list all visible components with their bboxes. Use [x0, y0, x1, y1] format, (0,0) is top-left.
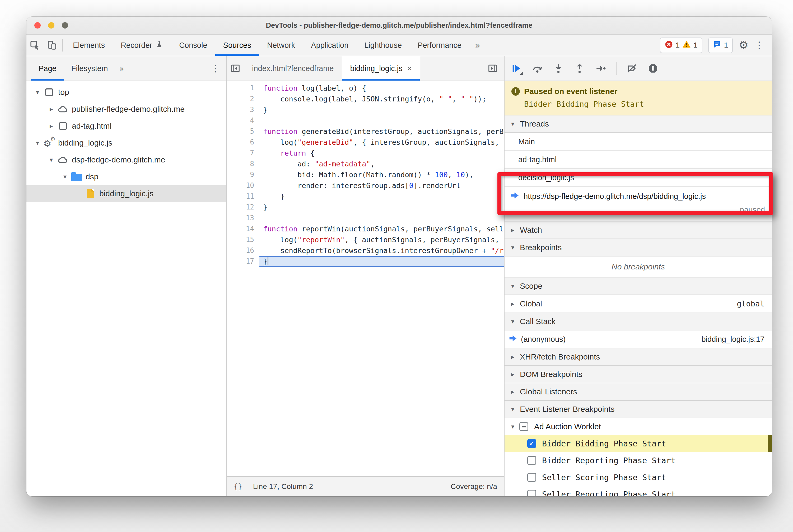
- line-number[interactable]: 6: [227, 137, 259, 148]
- code-text[interactable]: log("reportWin", { auctionSignals, perBu…: [259, 234, 504, 245]
- resume-script-button[interactable]: [510, 63, 522, 74]
- step-out-button[interactable]: [574, 63, 585, 74]
- code-line-7[interactable]: 7 return {: [227, 148, 504, 158]
- code-line-16[interactable]: 16 sendReportTo(browserSignals.interestG…: [227, 245, 504, 256]
- tree-item-ad-tag-html[interactable]: ▸ad-tag.html: [26, 117, 226, 134]
- code-line-9[interactable]: 9 bid: Math.floor(Math.random() * 100, 1…: [227, 169, 504, 180]
- breakpoint-category-ad-auction-worklet[interactable]: ▾Ad Auction Worklet: [505, 418, 772, 435]
- disclosure-collapsed-icon[interactable]: ▸: [509, 300, 517, 307]
- breakpoint-checkbox[interactable]: [527, 456, 536, 465]
- pretty-print-icon[interactable]: {}: [233, 482, 243, 491]
- breakpoint-checkbox[interactable]: [527, 490, 536, 496]
- devtools-menu-icon[interactable]: ⋮: [754, 40, 764, 51]
- code-text[interactable]: ad: "ad-metadata",: [259, 158, 504, 169]
- step-into-button[interactable]: [553, 63, 564, 74]
- section-header-breakpoints[interactable]: ▾Breakpoints: [505, 239, 772, 256]
- section-header-event-listener-breakpoints[interactable]: ▾Event Listener Breakpoints: [505, 401, 772, 418]
- code-line-1[interactable]: 1function log(label, o) {: [227, 83, 504, 94]
- pause-on-exceptions-button[interactable]: [647, 63, 659, 74]
- open-debugger-pane-icon[interactable]: [484, 63, 502, 73]
- line-number[interactable]: 17: [227, 256, 259, 267]
- code-line-17[interactable]: 17}: [227, 256, 504, 267]
- tree-item-publisher-fledge-demo-glitch-me[interactable]: ▸publisher-fledge-demo.glitch.me: [26, 101, 226, 117]
- tree-item-bidding-logic-js[interactable]: bidding_logic.js: [26, 185, 226, 202]
- code-line-10[interactable]: 10 render: interestGroup.ads[0].renderUr…: [227, 180, 504, 191]
- tab-recorder[interactable]: Recorder: [113, 35, 171, 56]
- tab-elements[interactable]: Elements: [65, 35, 113, 56]
- disclosure-expanded-icon[interactable]: ▾: [509, 423, 517, 430]
- breakpoint-checkbox[interactable]: [527, 473, 536, 482]
- breakpoint-checkbox[interactable]: ✓: [527, 439, 536, 448]
- section-header-global-listeners[interactable]: ▸Global Listeners: [505, 383, 772, 401]
- code-text[interactable]: return {: [259, 148, 504, 158]
- close-tab-icon[interactable]: ×: [407, 64, 412, 73]
- issues-badge[interactable]: 1: [708, 38, 733, 53]
- thread-row-ad-tag-html[interactable]: ad-tag.html: [505, 151, 772, 169]
- disclosure-expanded-icon[interactable]: ▾: [32, 89, 43, 96]
- code-text[interactable]: }: [259, 104, 504, 115]
- step-over-button[interactable]: [531, 63, 543, 74]
- tab-performance[interactable]: Performance: [410, 35, 469, 56]
- breakpoint-bidder-bidding-phase-start[interactable]: ✓Bidder Bidding Phase Start: [505, 435, 772, 452]
- line-number[interactable]: 13: [227, 213, 259, 224]
- code-editor[interactable]: 1function log(label, o) {2 console.log(l…: [227, 81, 504, 476]
- disclosure-expanded-icon[interactable]: ▾: [32, 139, 43, 147]
- line-number[interactable]: 7: [227, 148, 259, 158]
- code-text[interactable]: }: [259, 202, 504, 213]
- tab-console[interactable]: Console: [171, 35, 215, 56]
- code-line-14[interactable]: 14function reportWin(auctionSignals, per…: [227, 224, 504, 234]
- code-text[interactable]: }: [259, 191, 504, 202]
- zoom-window-button[interactable]: [62, 22, 68, 28]
- tab-network[interactable]: Network: [259, 35, 303, 56]
- collapse-navigator-icon[interactable]: [227, 56, 244, 80]
- row-anonymous[interactable]: (anonymous)bidding_logic.js:17: [505, 330, 772, 348]
- more-navigator-tabs-button[interactable]: »: [115, 56, 128, 80]
- inspect-element-icon[interactable]: [26, 35, 43, 56]
- code-line-2[interactable]: 2 console.log(label, JSON.stringify(o, "…: [227, 94, 504, 104]
- disclosure-collapsed-icon[interactable]: ▸: [46, 106, 57, 113]
- line-number[interactable]: 3: [227, 104, 259, 115]
- row-global[interactable]: ▸Globalglobal: [505, 295, 772, 313]
- step-button[interactable]: [595, 63, 606, 74]
- editor-tab-index-html[interactable]: index.html?fencedframe: [244, 56, 342, 80]
- section-header-call-stack[interactable]: ▾Call Stack: [505, 313, 772, 330]
- line-number[interactable]: 8: [227, 158, 259, 169]
- tab-page[interactable]: Page: [31, 56, 64, 80]
- section-header-scope[interactable]: ▾Scope: [505, 278, 772, 295]
- minimize-window-button[interactable]: [48, 22, 54, 28]
- code-text[interactable]: function reportWin(auctionSignals, perBu…: [259, 224, 504, 234]
- line-number[interactable]: 15: [227, 234, 259, 245]
- breakpoint-seller-scoring-phase-start[interactable]: Seller Scoring Phase Start: [505, 469, 772, 486]
- tree-item-dsp-fledge-demo-glitch-me[interactable]: ▾dsp-fledge-demo.glitch.me: [26, 151, 226, 168]
- code-line-11[interactable]: 11 }: [227, 191, 504, 202]
- code-line-3[interactable]: 3}: [227, 104, 504, 115]
- line-number[interactable]: 2: [227, 94, 259, 104]
- line-number[interactable]: 14: [227, 224, 259, 234]
- line-number[interactable]: 12: [227, 202, 259, 213]
- more-panels-button[interactable]: »: [469, 35, 486, 56]
- code-line-12[interactable]: 12}: [227, 202, 504, 213]
- settings-gear-icon[interactable]: ⚙: [739, 40, 749, 51]
- disclosure-expanded-icon[interactable]: ▾: [60, 173, 70, 180]
- execution-line[interactable]: }: [259, 256, 504, 267]
- tree-item-top[interactable]: ▾top: [26, 84, 226, 101]
- line-number[interactable]: 5: [227, 126, 259, 137]
- close-window-button[interactable]: [34, 22, 41, 28]
- line-number[interactable]: 4: [227, 115, 259, 126]
- breakpoint-bidder-reporting-phase-start[interactable]: Bidder Reporting Phase Start: [505, 452, 772, 469]
- tree-item-bidding-logic-js[interactable]: ▾⚙⚙bidding_logic.js: [26, 134, 226, 151]
- tab-application[interactable]: Application: [303, 35, 356, 56]
- errors-warnings-badge[interactable]: 1 1: [660, 38, 702, 53]
- line-number[interactable]: 1: [227, 83, 259, 94]
- section-header-watch[interactable]: ▸Watch: [505, 222, 772, 239]
- code-text[interactable]: sendReportTo(browserSignals.interestGrou…: [259, 245, 504, 256]
- code-text[interactable]: bid: Math.floor(Math.random() * 100, 10)…: [259, 169, 504, 180]
- line-number[interactable]: 10: [227, 180, 259, 191]
- code-text[interactable]: function generateBid(interestGroup, auct…: [259, 126, 504, 137]
- code-text[interactable]: [259, 115, 504, 126]
- tree-item-dsp[interactable]: ▾dsp: [26, 168, 226, 185]
- line-number[interactable]: 11: [227, 191, 259, 202]
- tab-lighthouse[interactable]: Lighthouse: [356, 35, 410, 56]
- section-header-threads[interactable]: ▾Threads: [505, 115, 772, 133]
- line-number[interactable]: 16: [227, 245, 259, 256]
